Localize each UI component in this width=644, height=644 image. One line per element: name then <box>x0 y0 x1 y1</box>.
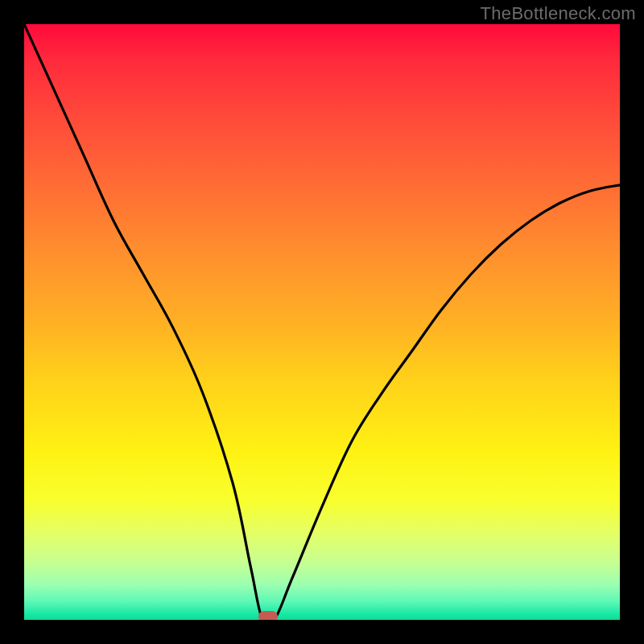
plot-area <box>24 24 620 620</box>
bottleneck-curve <box>24 24 620 620</box>
chart-frame: TheBottleneck.com <box>0 0 644 644</box>
watermark-text: TheBottleneck.com <box>481 3 636 24</box>
curve-svg <box>24 24 620 620</box>
optimum-marker <box>258 611 278 620</box>
